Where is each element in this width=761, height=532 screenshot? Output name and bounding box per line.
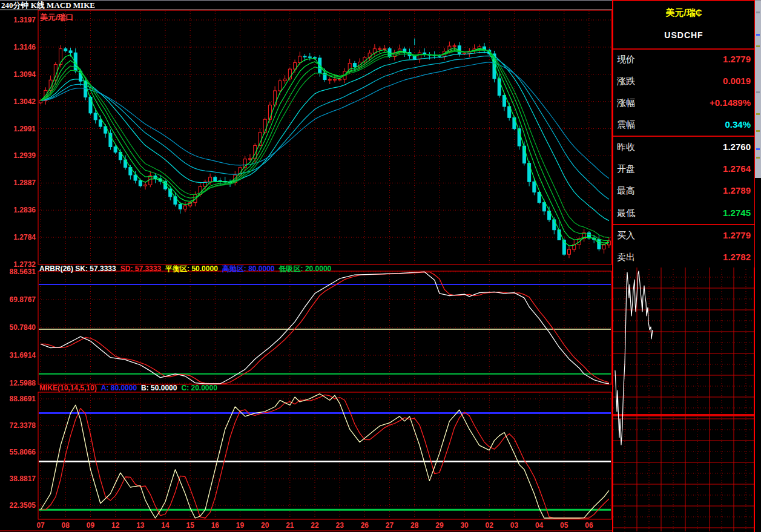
candle-body-up [298, 56, 301, 63]
candle-body-up [383, 48, 386, 49]
date-axis-label: 20 [261, 521, 269, 530]
date-axis-label: 21 [286, 521, 294, 530]
app-window: 1.31971.31461.30941.30421.29911.29391.28… [0, 0, 761, 532]
date-axis-label: 19 [236, 521, 245, 530]
candle-body-down [542, 203, 545, 211]
quote-row: 最低1.2745 [613, 207, 754, 219]
quote-row: 昨收1.2760 [613, 141, 754, 153]
quote-row: 现价1.2779 [613, 53, 754, 65]
quote-panel: 美元/瑞₵ USDCHF 现价1.2779涨跌0.0019涨幅+0.1489%震… [613, 0, 754, 268]
candle-body-up [333, 79, 336, 80]
quote-label: 昨收 [617, 141, 635, 153]
quote-value: +0.1489% [710, 97, 751, 109]
candle-body-up [183, 206, 186, 209]
quote-value: 0.0019 [723, 75, 751, 87]
quote-label: 涨幅 [617, 97, 635, 109]
date-axis-label: 06 [585, 521, 593, 530]
quote-row: 卖出1.2782 [613, 251, 754, 263]
indicator-header-part: C: 20.0000 [181, 384, 217, 392]
quote-row: 最高1.2789 [613, 185, 754, 197]
quote-value: 1.2745 [723, 207, 751, 219]
date-axis-label: 26 [361, 521, 369, 530]
candle-body-down [558, 230, 561, 240]
indicator-header-part: B: 50.0000 [141, 384, 177, 392]
candle-body-down [134, 175, 137, 180]
strip-mark [756, 148, 760, 150]
price-axis-label: 1.2939 [13, 151, 36, 160]
indicator-header-part: SD: 57.3333 [120, 264, 161, 273]
quote-symbol-code: USDCHF [613, 30, 754, 40]
arbr-indicator-header: ARBR(26) SK: 57.3333SD: 57.3333平衡区: 50.0… [39, 264, 335, 274]
date-axis-label: 27 [386, 521, 394, 530]
date-axis-label: 09 [87, 521, 95, 530]
date-axis-label: 16 [211, 521, 220, 530]
candle-body-up [248, 159, 251, 159]
arbr-sd-line [41, 272, 609, 384]
date-axis-label: 02 [486, 521, 494, 530]
price-axis-label: 1.2887 [13, 179, 36, 187]
arbr-axis-label: 12.5988 [10, 379, 36, 387]
arbr-axis-label: 31.6914 [10, 351, 36, 360]
candle-body-up [328, 79, 331, 80]
candle-body-down [69, 51, 72, 53]
quote-label: 现价 [617, 53, 635, 65]
indicator-header-part: ARBR(26) SK: 57.3333 [39, 264, 116, 273]
quote-separator [613, 136, 754, 137]
arbr-axis-label: 69.8767 [10, 295, 36, 304]
quote-label: 最低 [617, 207, 635, 219]
quote-separator [613, 48, 754, 50]
indicator-header-part: A: 80.0000 [101, 384, 137, 392]
candle-body-up [278, 81, 282, 91]
candle-body-up [338, 79, 341, 80]
candle-body-down [553, 220, 556, 230]
strip-mark [756, 157, 760, 159]
indicator-header-part: 高抛区: 80.0000 [222, 264, 275, 273]
quote-value: 0.34% [725, 119, 751, 131]
mike-axis-label: 55.8066 [10, 448, 36, 456]
price-axis-label: 1.3094 [13, 70, 36, 79]
date-axis-label: 12 [111, 521, 120, 530]
date-axis-label: 22 [311, 521, 319, 530]
candle-body-down [109, 133, 112, 146]
candle-body-down [303, 56, 306, 57]
quote-symbol-cn: 美元/瑞₵ [613, 7, 754, 19]
price-axis-label: 1.3197 [13, 16, 36, 24]
price-axis-label: 1.3042 [13, 97, 36, 106]
candle-body-down [179, 204, 182, 209]
candle-body-up [378, 48, 381, 49]
title-bar[interactable]: 240分钟 K线 MACD MIKE [0, 1, 613, 10]
quote-value: 1.2764 [723, 163, 751, 175]
date-axis-label: 30 [460, 521, 469, 530]
candle-body-down [99, 120, 102, 126]
candle-body-down [528, 163, 531, 182]
candle-body-down [538, 192, 541, 202]
candle-body-down [214, 177, 217, 181]
candle-body-up [149, 176, 152, 185]
arbr-sk-line [41, 272, 609, 384]
quote-label: 开盘 [617, 163, 635, 175]
candle-body-up [568, 249, 571, 254]
quote-row: 开盘1.2764 [613, 163, 754, 175]
price-axis-label: 1.2784 [13, 233, 36, 241]
candle-body-down [114, 146, 117, 152]
strip-mark [756, 45, 760, 47]
right-scrollbar-strip[interactable] [755, 0, 761, 178]
date-axis-label: 28 [410, 521, 419, 530]
quote-value: 1.2779 [723, 53, 751, 65]
candle-body-down [533, 182, 536, 192]
quote-label: 涨跌 [617, 75, 635, 87]
quote-value: 1.2789 [723, 185, 751, 197]
strip-mark [756, 91, 760, 93]
date-axis-label: 29 [435, 521, 444, 530]
quote-value: 1.2782 [723, 251, 751, 263]
candle-body-up [418, 53, 421, 59]
strip-mark [756, 130, 760, 132]
quote-row: 涨跌0.0019 [613, 75, 754, 87]
quote-row: 买入1.2779 [613, 229, 754, 241]
quote-label: 最高 [617, 185, 635, 197]
candle-body-up [209, 177, 212, 182]
indicator-header-part: 平衡区: 50.0000 [165, 264, 218, 273]
candle-body-up [144, 185, 147, 186]
strip-mark [756, 113, 760, 115]
candle-body-down [502, 96, 506, 107]
